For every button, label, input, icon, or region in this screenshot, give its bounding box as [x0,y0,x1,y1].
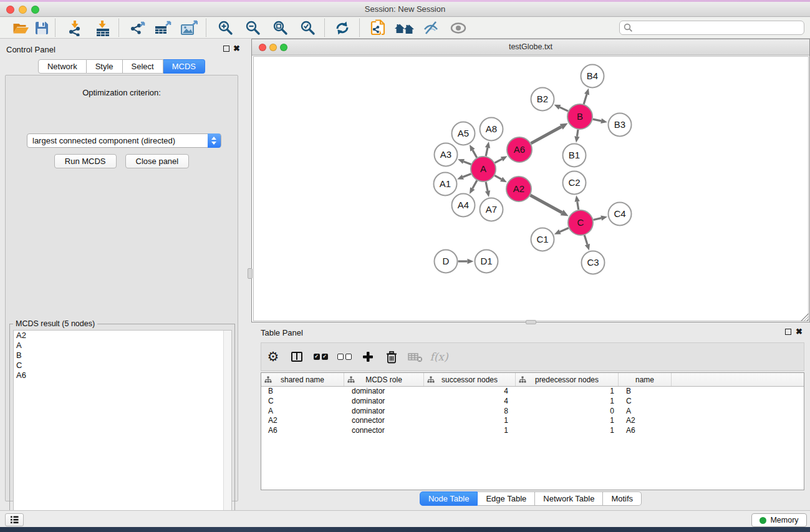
edge-A-A4[interactable] [470,180,477,194]
node-A[interactable]: A [471,157,496,181]
criterion-dropdown[interactable]: largest connected component (directed) [27,133,221,148]
tab-style[interactable]: Style [87,59,123,74]
edge-C-C2[interactable] [575,195,580,210]
result-item[interactable]: A6 [14,370,231,380]
cell-name[interactable]: B [619,387,672,397]
edge-A-A8[interactable] [485,142,490,156]
select-all-icon[interactable]: ✓✓ [309,344,332,369]
network-canvas[interactable]: B4B2BB3A8A5A6A3B1AC2A1A2A4A7C4CC1DD1C3 [253,56,809,321]
cell-name[interactable]: C [619,397,672,407]
node-C1[interactable]: C1 [531,228,554,251]
column-header-name[interactable]: name [619,373,672,386]
node-A4[interactable]: A4 [452,194,475,217]
network-window-titlebar[interactable]: testGlobe.txt [252,39,809,56]
result-item[interactable]: B [14,351,231,360]
edge-B-B2[interactable] [554,105,568,111]
edge-A-A3[interactable] [458,159,471,164]
cell-successor-nodes[interactable]: 1 [424,426,516,436]
table-row[interactable]: Bdominator41B [261,387,804,397]
edge-A2-C[interactable] [530,195,568,216]
tab-motifs[interactable]: Motifs [603,491,642,506]
edge-B-B1[interactable] [574,130,579,143]
tab-network[interactable]: Network [38,59,87,74]
cell-successor-nodes[interactable]: 8 [424,407,516,417]
cell-shared-name[interactable]: C [261,397,344,407]
cell-name[interactable]: A [619,407,672,417]
node-C3[interactable]: C3 [582,251,605,274]
search-box[interactable] [619,21,804,35]
vertical-splitter-handle[interactable] [248,268,253,279]
node-B[interactable]: B [567,104,592,129]
cell-name[interactable]: A2 [619,416,672,426]
column-header-shared-name[interactable]: shared name [261,373,344,386]
cell-successor-nodes[interactable]: 1 [424,416,516,426]
table-row[interactable]: A6connector11A6 [261,426,804,436]
edge-A-A7[interactable] [485,182,490,197]
node-B4[interactable]: B4 [581,65,604,88]
edge-A-A2[interactable] [494,175,507,182]
cell-mcds-role[interactable]: connector [344,426,424,436]
result-list-scrollbar[interactable] [223,331,231,531]
export-network-icon[interactable] [126,18,150,37]
node-A6[interactable]: A6 [507,137,532,162]
home-icon[interactable] [393,18,417,37]
node-A7[interactable]: A7 [480,198,503,221]
result-item[interactable]: A [14,341,231,351]
float-panel-icon[interactable] [223,46,229,52]
cell-mcds-role[interactable]: dominator [344,397,424,407]
cell-shared-name[interactable]: B [261,387,344,397]
cell-mcds-role[interactable]: dominator [344,407,424,417]
zoom-window-button[interactable] [31,6,39,14]
node-B2[interactable]: B2 [531,88,554,111]
settings-gear-icon[interactable]: ⚙ [261,344,285,369]
window-resize-grip[interactable] [801,313,809,321]
cell-mcds-role[interactable]: connector [344,416,424,426]
tab-select[interactable]: Select [123,59,163,74]
column-header-predecessor-nodes[interactable]: predecessor nodes [516,373,619,386]
show-details-eye-icon[interactable] [446,18,470,37]
node-C2[interactable]: C2 [563,172,586,195]
edge-C-C3[interactable] [584,235,590,250]
cell-name[interactable]: A6 [619,426,672,436]
edge-B-B3[interactable] [593,118,607,123]
tab-node-table[interactable]: Node Table [420,491,478,506]
export-image-icon[interactable] [177,18,201,37]
task-history-icon[interactable] [5,513,24,526]
save-session-icon[interactable] [30,18,54,37]
hide-details-icon[interactable] [419,18,443,37]
apply-layout-icon[interactable] [330,18,354,37]
edge-C-C4[interactable] [593,216,607,221]
column-header-mcds-role[interactable]: MCDS role [344,373,424,386]
delete-column-icon[interactable] [380,344,403,369]
cell-predecessor-nodes[interactable]: 1 [516,387,619,397]
close-panel-button[interactable]: Close panel [125,154,190,168]
cell-shared-name[interactable]: A6 [261,426,344,436]
node-A5[interactable]: A5 [452,122,475,145]
result-item[interactable]: A2 [14,331,231,341]
table-row[interactable]: A2connector11A2 [261,416,804,426]
zoom-fit-icon[interactable] [269,18,292,37]
open-session-icon[interactable] [9,18,32,37]
node-A8[interactable]: A8 [480,118,503,141]
duplicate-network-icon[interactable] [367,18,390,37]
column-header-successor-nodes[interactable]: successor nodes [424,373,516,386]
node-A1[interactable]: A1 [434,173,457,196]
mcds-result-list[interactable]: A2ABCA6 [13,330,232,532]
node-D1[interactable]: D1 [475,250,498,273]
deselect-all-icon[interactable] [332,344,356,369]
node-D[interactable]: D [435,250,458,273]
cell-predecessor-nodes[interactable]: 0 [516,407,619,417]
add-column-icon[interactable] [356,344,380,369]
zoom-selected-icon[interactable] [296,18,320,37]
search-input[interactable] [635,24,804,32]
tab-edge-table[interactable]: Edge Table [478,491,535,506]
close-window-button[interactable] [6,6,14,14]
run-mcds-button[interactable]: Run MCDS [54,154,117,168]
cell-predecessor-nodes[interactable]: 1 [516,426,619,436]
close-table-panel-icon[interactable]: ✖ [796,327,803,337]
table-row[interactable]: Adominator80A [261,407,804,417]
cell-shared-name[interactable]: A [261,407,344,417]
node-B1[interactable]: B1 [563,144,586,167]
edge-D-D1[interactable] [458,259,474,264]
node-B3[interactable]: B3 [609,114,632,137]
